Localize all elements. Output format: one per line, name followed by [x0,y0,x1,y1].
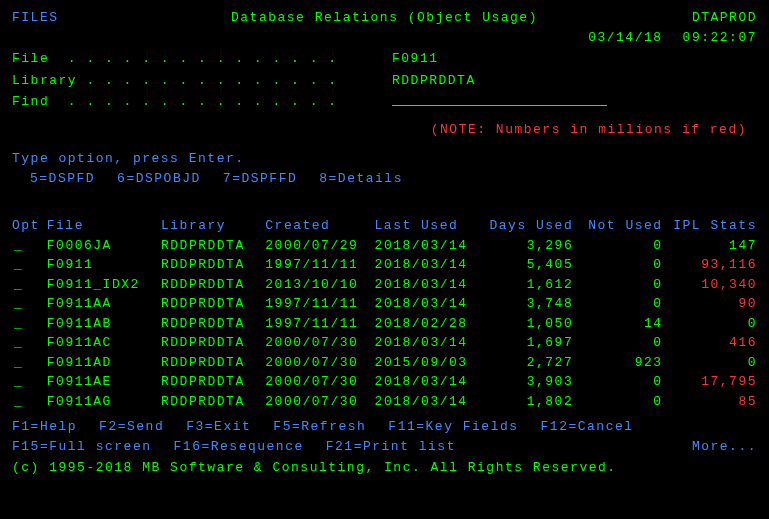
fkey-exit[interactable]: F3=Exit [186,417,251,437]
cell-file: F0911_IDX2 [47,275,161,295]
cell-daysused: 1,802 [479,392,573,412]
option-input[interactable]: _ [12,333,47,353]
cell-ipl: 10,340 [663,275,757,295]
cell-lastused: 2018/03/14 [375,333,479,353]
cell-file: F0911 [47,255,161,275]
cell-library: RDDPRDDTA [161,372,265,392]
cell-created: 2000/07/30 [265,353,374,373]
table-row: _F0911_IDX2RDDPRDDTA2013/10/102018/03/14… [12,275,757,295]
note-text: (NOTE: Numbers in millions if red) [12,120,757,140]
table-header: Opt File Library Created Last Used Days … [12,216,757,236]
fkey-refresh[interactable]: F5=Refresh [273,417,366,437]
cell-ipl: 0 [663,353,757,373]
cell-ipl: 93,116 [663,255,757,275]
cell-daysused: 3,903 [479,372,573,392]
cell-lastused: 2018/03/14 [375,392,479,412]
fkey-fullscreen[interactable]: F15=Full screen [12,437,152,457]
col-lastused: Last Used [375,216,479,236]
cell-created: 1997/11/11 [265,314,374,334]
cell-lastused: 2018/02/28 [375,314,479,334]
col-daysused: Days Used [479,216,573,236]
option-dspffd: 7=DSPFFD [223,169,297,189]
option-input[interactable]: _ [12,236,47,256]
screen-id: FILES [12,8,132,28]
option-input[interactable]: _ [12,372,47,392]
fkey-keyfields[interactable]: F11=Key Fields [388,417,518,437]
library-input[interactable]: RDDPRDDTA [392,71,612,91]
option-input[interactable]: _ [12,353,47,373]
cell-notused: 0 [573,372,662,392]
cell-file: F0911AB [47,314,161,334]
date: 03/14/18 [588,28,662,48]
cell-ipl: 147 [663,236,757,256]
option-input[interactable]: _ [12,392,47,412]
cell-notused: 14 [573,314,662,334]
cell-library: RDDPRDDTA [161,255,265,275]
cell-notused: 923 [573,353,662,373]
cell-notused: 0 [573,275,662,295]
table-row: _F0911AARDDPRDDTA1997/11/112018/03/143,7… [12,294,757,314]
cell-lastused: 2018/03/14 [375,255,479,275]
cell-lastused: 2018/03/14 [375,372,479,392]
more-indicator: More... [692,437,757,457]
option-dspfd: 5=DSPFD [30,169,95,189]
cell-notused: 0 [573,255,662,275]
cell-lastused: 2018/03/14 [375,236,479,256]
col-created: Created [265,216,374,236]
page-title: Database Relations (Object Usage) [132,8,637,28]
cell-created: 2000/07/30 [265,392,374,412]
option-input[interactable]: _ [12,294,47,314]
file-label: File . . . . . . . . . . . . . . . [12,49,392,69]
cell-ipl: 17,795 [663,372,757,392]
cell-library: RDDPRDDTA [161,275,265,295]
cell-created: 2000/07/30 [265,333,374,353]
cell-notused: 0 [573,392,662,412]
find-input[interactable] [392,92,607,106]
cell-file: F0911AD [47,353,161,373]
option-input[interactable]: _ [12,255,47,275]
table-row: _F0911ACRDDPRDDTA2000/07/302018/03/141,6… [12,333,757,353]
fkey-help[interactable]: F1=Help [12,417,77,437]
fkey-resequence[interactable]: F16=Resequence [174,437,304,457]
cell-ipl: 85 [663,392,757,412]
cell-library: RDDPRDDTA [161,353,265,373]
file-input[interactable]: F0911 [392,49,612,69]
col-opt: Opt [12,216,47,236]
col-notused: Not Used [573,216,662,236]
cell-created: 2000/07/30 [265,372,374,392]
cell-daysused: 3,748 [479,294,573,314]
library-label: Library . . . . . . . . . . . . . . [12,71,392,91]
cell-notused: 0 [573,333,662,353]
cell-file: F0911AA [47,294,161,314]
cell-daysused: 3,296 [479,236,573,256]
find-label: Find . . . . . . . . . . . . . . . [12,92,392,112]
cell-daysused: 2,727 [479,353,573,373]
fkey-printlist[interactable]: F21=Print list [326,437,456,457]
cell-ipl: 416 [663,333,757,353]
system-name: DTAPROD [637,8,757,28]
option-input[interactable]: _ [12,275,47,295]
copyright: (c) 1995-2018 MB Software & Consulting, … [12,458,757,478]
cell-created: 2013/10/10 [265,275,374,295]
cell-file: F0911AC [47,333,161,353]
cell-notused: 0 [573,236,662,256]
cell-created: 1997/11/11 [265,255,374,275]
instructions: Type option, press Enter. [12,149,757,169]
cell-library: RDDPRDDTA [161,236,265,256]
cell-lastused: 2018/03/14 [375,294,479,314]
option-details: 8=Details [319,169,403,189]
cell-daysused: 1,050 [479,314,573,334]
fkey-send[interactable]: F2=Send [99,417,164,437]
cell-created: 1997/11/11 [265,294,374,314]
fkey-cancel[interactable]: F12=Cancel [541,417,634,437]
cell-file: F0911AG [47,392,161,412]
cell-file: F0911AE [47,372,161,392]
cell-daysused: 1,612 [479,275,573,295]
option-input[interactable]: _ [12,314,47,334]
cell-ipl: 0 [663,314,757,334]
col-library: Library [161,216,265,236]
cell-library: RDDPRDDTA [161,294,265,314]
cell-ipl: 90 [663,294,757,314]
cell-library: RDDPRDDTA [161,314,265,334]
table-row: _F0911RDDPRDDTA1997/11/112018/03/145,405… [12,255,757,275]
